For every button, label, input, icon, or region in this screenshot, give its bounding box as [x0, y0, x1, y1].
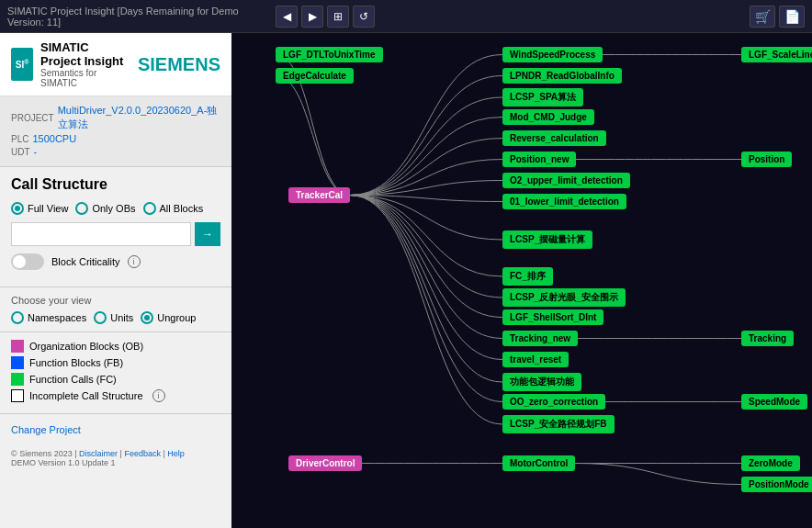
- block-criticality-label: Block Criticality: [51, 256, 120, 267]
- radio-only-obs-circle: [75, 202, 88, 215]
- legend-incomplete-color: [11, 389, 24, 402]
- graph-node-lcsp----------[interactable]: LCSP_反射光眼_安全围示: [502, 288, 626, 307]
- help-link[interactable]: Help: [167, 449, 185, 458]
- doc-button[interactable]: 📄: [779, 6, 805, 28]
- block-criticality-toggle[interactable]: [11, 253, 44, 270]
- radio-full-view-circle: [11, 202, 24, 215]
- graph-node-o2-upper-limit-detection[interactable]: O2_upper_limit_detection: [502, 173, 630, 188]
- project-label: PROJECT: [11, 113, 54, 123]
- graph-node-edgecalculate[interactable]: EdgeCalculate: [276, 68, 354, 84]
- graph-container[interactable]: LGF_DTLToUnixTimeWindSpeedProcessLGF_Sca…: [231, 33, 812, 528]
- radio-all-blocks[interactable]: All Blocks: [143, 202, 204, 215]
- graph-node-lpndr-readglobalinfo[interactable]: LPNDR_ReadGlobalInfo: [502, 68, 622, 84]
- logo-section: SI® SIMATIC Project Insight Semantics fo…: [0, 33, 231, 96]
- graph-node-tracking-new[interactable]: Tracking_new: [502, 331, 578, 346]
- legend-ob: Organization Blocks (OB): [11, 340, 220, 353]
- version-text: DEMO Version 1.0 Update 1: [11, 458, 116, 467]
- graph-node-lgf-dtltounixtime[interactable]: LGF_DTLToUnixTime: [276, 47, 383, 62]
- project-info-section: PROJECT MultiDriver_V2.0.0_20230620_A-独立…: [0, 96, 231, 167]
- graph-node-travel-reset[interactable]: travel_reset: [502, 352, 569, 367]
- plc-row: PLC 1500CPU: [11, 133, 220, 144]
- udt-label: UDT: [11, 147, 30, 157]
- radio-units-label: Units: [110, 312, 133, 323]
- change-project-link[interactable]: Change Project: [11, 424, 81, 435]
- graph-node-lcsp-spa--[interactable]: LCSP_SPA算法: [502, 88, 583, 107]
- graph-node-windspeedprocess[interactable]: WindSpeedProcess: [502, 47, 603, 62]
- radio-only-obs-label: Only OBs: [92, 203, 135, 214]
- project-value[interactable]: MultiDriver_V2.0.0_20230620_A-独立算法: [58, 104, 220, 131]
- graph-node-lgf-shellsort-dint[interactable]: LGF_ShellSort_DInt: [502, 309, 603, 325]
- legend-fc-label: Function Calls (FC): [29, 374, 117, 385]
- radio-namespaces[interactable]: Namespaces: [11, 311, 86, 324]
- graph-node-positionmode[interactable]: PositionMode: [741, 477, 812, 492]
- siemens-icon: SI®: [11, 48, 33, 81]
- search-button[interactable]: →: [195, 222, 220, 246]
- radio-units[interactable]: Units: [94, 311, 133, 324]
- plc-label: PLC: [11, 134, 28, 144]
- feedback-link[interactable]: Feedback: [124, 449, 161, 458]
- graph-node-tracking[interactable]: Tracking: [741, 331, 794, 346]
- brand-sub: Semantics for SIMATIC: [40, 68, 130, 88]
- incomplete-info-icon[interactable]: i: [152, 389, 165, 402]
- graph-node--------[interactable]: 功能包逻辑功能: [502, 373, 581, 391]
- project-row: PROJECT MultiDriver_V2.0.0_20230620_A-独立…: [11, 104, 220, 131]
- graph-canvas[interactable]: LGF_DTLToUnixTimeWindSpeedProcessLGF_Sca…: [231, 33, 812, 528]
- graph-node-drivercontrol[interactable]: DriverControl: [288, 455, 362, 471]
- graph-node-lcsp------[interactable]: LCSP_摆磁量计算: [502, 230, 592, 249]
- nav-back-button[interactable]: ◀: [276, 6, 298, 28]
- graph-node-fc---[interactable]: FC_排序: [502, 267, 553, 286]
- refresh-button[interactable]: ↺: [353, 6, 375, 28]
- toggle-knob: [13, 255, 26, 268]
- cart-button[interactable]: 🛒: [750, 6, 775, 28]
- legend-incomplete: Incomplete Call Structure i: [11, 389, 220, 402]
- radio-ungroup-label: Ungroup: [157, 312, 196, 323]
- window-title: SIMATIC Project Insight [Days Remaining …: [7, 6, 276, 28]
- block-criticality-info-icon[interactable]: i: [128, 255, 141, 268]
- radio-namespaces-circle: [11, 311, 24, 324]
- radio-all-blocks-circle: [143, 202, 156, 215]
- legend-fc: Function Calls (FC): [11, 373, 220, 386]
- call-structure-title: Call Structure: [11, 176, 220, 193]
- copyright-section: © Siemens 2023 | Disclaimer | Feedback |…: [0, 445, 231, 475]
- radio-only-obs[interactable]: Only OBs: [75, 202, 135, 215]
- toggle-row: Block Criticality i: [11, 253, 220, 270]
- siemens-wordmark: SIEMENS: [138, 54, 220, 75]
- radio-units-circle: [94, 311, 107, 324]
- graph-node-trackercal[interactable]: TrackerCal: [288, 187, 350, 203]
- radio-full-view[interactable]: Full View: [11, 202, 68, 215]
- siemens-icon-text: SI®: [16, 59, 29, 70]
- plc-value[interactable]: 1500CPU: [32, 133, 76, 144]
- nav-forward-button[interactable]: ▶: [301, 6, 323, 28]
- legend-ob-label: Organization Blocks (OB): [29, 341, 143, 352]
- brand-info: SIMATIC Project Insight Semantics for SI…: [40, 40, 130, 88]
- grid-button[interactable]: ⊞: [327, 6, 349, 28]
- legend-incomplete-label: Incomplete Call Structure: [29, 390, 143, 401]
- graph-node-01-lower-limit-detection[interactable]: 01_lower_limit_detection: [502, 194, 626, 209]
- main-layout: SI® SIMATIC Project Insight Semantics fo…: [0, 33, 812, 528]
- graph-node-oo-zero-correction[interactable]: OO_zero_correction: [502, 394, 605, 410]
- graph-node-position-new[interactable]: Position_new: [502, 152, 576, 167]
- search-input[interactable]: [11, 222, 191, 246]
- header-controls: ◀ ▶ ⊞ ↺ 🛒 📄: [276, 6, 805, 28]
- graph-node-lcsp-------fb[interactable]: LCSP_安全路径规划FB: [502, 415, 615, 433]
- graph-node-zeromode[interactable]: ZeroMode: [741, 455, 800, 471]
- title-bar: SIMATIC Project Insight [Days Remaining …: [0, 0, 812, 33]
- view-options-group: Namespaces Units Ungroup: [11, 311, 220, 324]
- radio-ungroup[interactable]: Ungroup: [141, 311, 196, 324]
- legend-fc-color: [11, 373, 24, 386]
- graph-node-speedmode[interactable]: SpeedMode: [741, 394, 807, 410]
- view-radio-group: Full View Only OBs All Blocks: [11, 202, 220, 215]
- radio-full-view-label: Full View: [28, 203, 68, 214]
- graph-node-lgf-scalelinear[interactable]: LGF_ScaleLinear: [741, 47, 812, 62]
- view-section: Choose your view Namespaces Units Ungrou…: [0, 287, 231, 332]
- graph-node-reverse-calculation[interactable]: Reverse_calculation: [502, 130, 606, 146]
- graph-node-motorcontrol[interactable]: MotorControl: [502, 455, 575, 471]
- disclaimer-link[interactable]: Disclaimer: [79, 449, 118, 458]
- copyright-text: © Siemens 2023 |: [11, 449, 79, 458]
- radio-namespaces-label: Namespaces: [28, 312, 86, 323]
- radio-all-blocks-label: All Blocks: [160, 203, 204, 214]
- graph-node-position[interactable]: Position: [741, 152, 792, 167]
- graph-node-mod-cmd-judge[interactable]: Mod_CMD_Judge: [502, 109, 594, 125]
- radio-ungroup-circle: [141, 311, 153, 324]
- udt-value: -: [34, 146, 38, 157]
